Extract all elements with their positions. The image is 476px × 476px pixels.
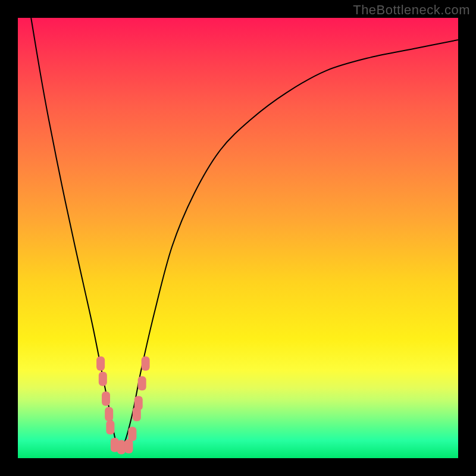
data-marker [134, 396, 143, 411]
curve-layer [18, 18, 458, 458]
data-marker [124, 439, 133, 453]
marker-group [96, 356, 149, 455]
data-marker [128, 427, 136, 441]
data-marker [117, 440, 126, 455]
data-marker [138, 376, 146, 390]
data-marker [99, 372, 107, 386]
data-marker [105, 407, 113, 421]
data-marker [102, 392, 110, 406]
data-marker [142, 356, 150, 371]
data-marker [96, 356, 105, 371]
watermark-text: TheBottleneck.com [353, 2, 470, 18]
data-marker [106, 420, 114, 434]
plot-area [18, 18, 458, 458]
bottleneck-curve [31, 18, 458, 449]
chart-frame: TheBottleneck.com [0, 0, 476, 476]
